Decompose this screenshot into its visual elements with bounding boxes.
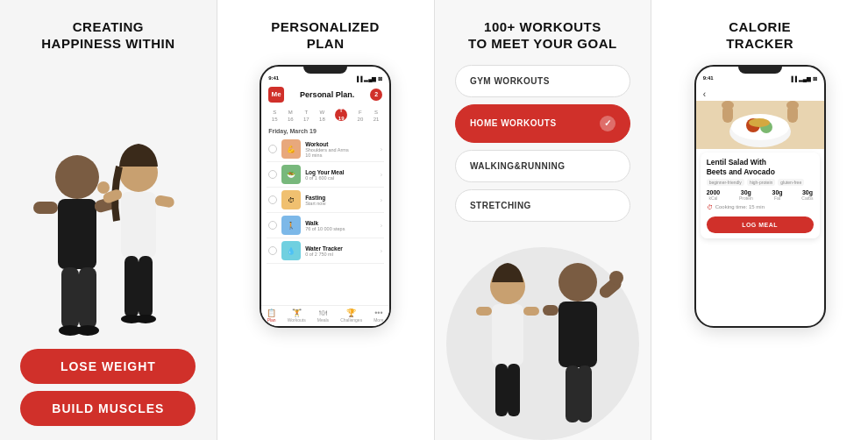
recipe-content: Lentil Salad WithBeets and Avocado begin… [701, 153, 820, 238]
task-title-fasting: Fasting [305, 195, 376, 201]
task-thumb-water: 💧 [281, 241, 301, 260]
nav-plan-icon: 📋 [267, 309, 276, 316]
task-sub-walk: 76 of 10 000 steps [305, 226, 376, 231]
task-thumb-workout: 💪 [281, 139, 301, 159]
nav-meals-icon: 🍽 [318, 309, 327, 316]
stat-carbs-value: 30g [801, 189, 813, 195]
workout-options-list: GYM WORKOUTS HOME WORKOUTS ✓ WALKING&RUN… [455, 65, 630, 222]
option-home[interactable]: HOME WORKOUTS ✓ [455, 104, 630, 143]
task-fasting[interactable]: ⏱ Fasting Start now › [267, 188, 384, 213]
status-time-1: 9:41 [268, 75, 279, 81]
bottom-nav: 📋 Plan 🏋 Workouts 🍽 Meals 🏆 Challenges •… [261, 305, 389, 326]
svg-point-38 [722, 101, 734, 110]
task-sub-meal: 0 of 1 600 cal [305, 175, 376, 181]
task-detail-workout: 10 mins [305, 153, 376, 158]
svg-rect-19 [476, 307, 492, 316]
task-sub-fasting: Start now [305, 201, 376, 206]
svg-rect-27 [543, 305, 559, 316]
phone-screen-1: Me Personal Plan. 2 S15 M16 T17 W18 T19 … [261, 83, 389, 265]
panel-2: PERSONALIZEDPLAN 9:41 ▐▐ ▂▄▆ ⊠ Me Person… [217, 0, 434, 440]
nav-more[interactable]: ••• More [374, 309, 383, 323]
task-thumb-meal: 🥗 [281, 165, 301, 184]
cal-day-19-active: T19 [335, 109, 347, 121]
svg-rect-2 [33, 202, 58, 214]
panel-1-heading: CREATING HAPPINESS WITHIN [41, 19, 174, 53]
svg-rect-18 [492, 304, 523, 365]
panel-4-heading: CALORIETRACKER [726, 19, 793, 53]
stat-kcal: 2000 kCal [707, 189, 721, 201]
nav-meals-label: Meals [317, 317, 329, 323]
panel-1: CREATING HAPPINESS WITHIN [0, 0, 217, 440]
svg-rect-21 [495, 364, 508, 416]
cooking-time-text: Cooking time: 15 min [715, 204, 765, 209]
task-circle-water [268, 246, 277, 255]
nav-challenges-label: Challenges [340, 317, 362, 323]
task-title-workout: Workout [305, 141, 376, 147]
lose-weight-button[interactable]: LOSE WEIGHT [20, 349, 196, 384]
svg-point-16 [135, 315, 156, 323]
option-gym-label: GYM WORKOUTS [470, 76, 550, 86]
svg-rect-28 [578, 365, 592, 422]
panel-4: CALORIETRACKER 9:41 ▐▐ ▂▄▆ ⊠ ‹ [651, 0, 868, 440]
task-info-walk: Walk 76 of 10 000 steps [305, 220, 376, 231]
option-stretching[interactable]: STRETCHING [455, 189, 630, 222]
build-muscles-button[interactable]: BUILD MUSCLES [20, 391, 196, 426]
svg-rect-11 [154, 195, 175, 209]
nav-plan[interactable]: 📋 Plan [267, 309, 276, 323]
svg-point-0 [55, 155, 99, 199]
task-water[interactable]: 💧 Water Tracker 0 of 2 750 ml › [267, 238, 384, 264]
back-nav: ‹ [696, 83, 824, 101]
phone-mockup-2: 9:41 ▐▐ ▂▄▆ ⊠ ‹ [694, 65, 826, 328]
cal-day-20: F20 [358, 109, 364, 124]
option-stretching-label: STRETCHING [470, 201, 531, 210]
calendar-strip: S15 M16 T17 W18 T19 F20 S21 [267, 106, 384, 126]
option-walking[interactable]: WALKING&RUNNING [455, 150, 630, 182]
nav-meals[interactable]: 🍽 Meals [317, 309, 329, 323]
task-sub-water: 0 of 2 750 ml [305, 252, 376, 257]
panel-3-inner: 100+ WORKOUTS TO MEET YOUR GOAL GYM WORK… [435, 0, 651, 222]
option-walking-label: WALKING&RUNNING [470, 161, 566, 171]
task-workout[interactable]: 💪 Workout Shoulders and Arms 10 mins › [267, 137, 384, 162]
phone-mockup-1: 9:41 ▐▐ ▂▄▆ ⊠ Me Personal Plan. 2 S15 M1… [260, 65, 391, 328]
task-title-walk: Walk [305, 220, 376, 226]
tag-protein: high-protein [747, 179, 775, 186]
cal-day-21: S21 [374, 109, 380, 124]
nav-workouts-label: Workouts [288, 317, 306, 323]
panel-3-couple [435, 247, 651, 440]
svg-rect-5 [79, 267, 96, 329]
svg-rect-29 [566, 365, 580, 422]
task-info-workout: Workout Shoulders and Arms 10 mins [305, 141, 376, 158]
task-arrow-meal: › [381, 172, 382, 178]
svg-point-12 [97, 181, 110, 194]
task-arrow-fasting: › [381, 197, 382, 203]
tag-gluten: gluten-free [778, 179, 804, 186]
option-home-label: HOME WORKOUTS [470, 118, 557, 128]
stat-carbs-label: Carbs [801, 195, 813, 201]
cal-day-17: T17 [303, 109, 309, 124]
nav-challenges[interactable]: 🏆 Challenges [340, 309, 362, 323]
option-gym[interactable]: GYM WORKOUTS [455, 65, 630, 97]
svg-point-23 [559, 263, 597, 302]
tag-beginner: beginner-friendly [707, 179, 744, 186]
task-walk[interactable]: 🚶 Walk 76 of 10 000 steps › [267, 213, 384, 238]
svg-point-7 [76, 325, 99, 336]
svg-rect-24 [559, 302, 597, 367]
nav-workouts[interactable]: 🏋 Workouts [288, 309, 306, 323]
back-arrow-icon[interactable]: ‹ [703, 89, 706, 99]
log-meal-button[interactable]: LOG MEAL [707, 216, 814, 233]
panel-2-heading: PERSONALIZEDPLAN [271, 19, 380, 53]
cal-day-16: M16 [288, 109, 294, 124]
task-thumb-walk: 🚶 [281, 216, 301, 235]
panel-1-buttons: LOSE WEIGHT BUILD MUSCLES [0, 349, 217, 426]
task-meal[interactable]: 🥗 Log Your Meal 0 of 1 600 cal › [267, 162, 384, 188]
stat-protein-value: 30g [739, 189, 753, 195]
stat-protein-label: Protein [739, 195, 753, 201]
task-title-water: Water Tracker [305, 245, 376, 252]
nav-more-label: More [374, 317, 383, 323]
nav-challenges-icon: 🏆 [347, 309, 356, 316]
date-label: Friday, March 19 [267, 125, 384, 137]
recipe-tags: beginner-friendly high-protein gluten-fr… [707, 179, 814, 186]
status-icons-2: ▐▐ ▂▄▆ ⊠ [790, 75, 817, 82]
cal-day-15: S15 [272, 109, 278, 124]
recipe-title: Lentil Salad WithBeets and Avocado [707, 158, 814, 177]
